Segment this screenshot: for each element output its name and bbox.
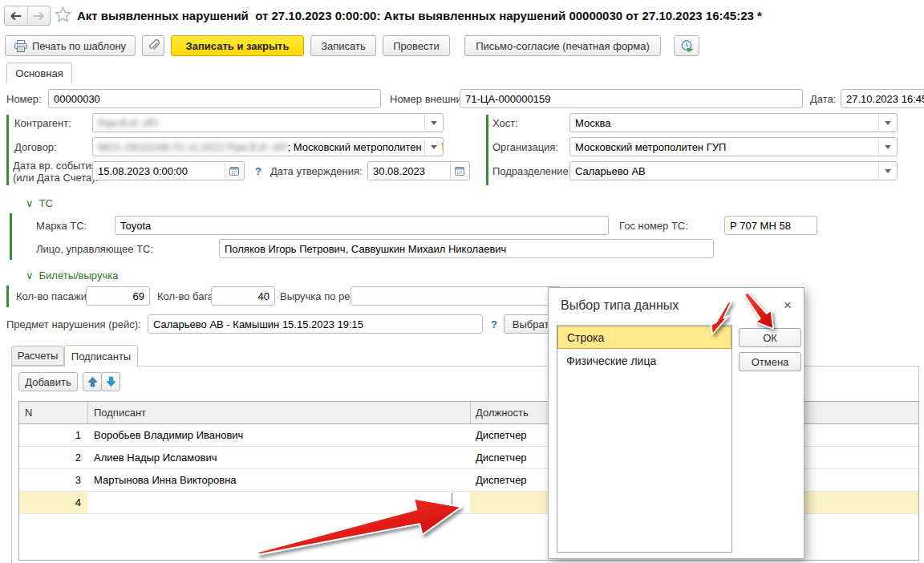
- tab-calculations-label: Расчеты: [18, 350, 59, 362]
- paperclip-icon: [148, 39, 160, 52]
- add-row-button[interactable]: Добавить: [18, 372, 78, 391]
- print-template-button[interactable]: Печать по шаблону: [5, 35, 136, 56]
- approve-date-calendar-button[interactable]: [450, 163, 468, 179]
- contract-redacted-value: МСА 19/10/246 01.11.2022 Рум В.И. ИП: [98, 141, 287, 153]
- save-close-button[interactable]: Записать и закрыть: [171, 35, 304, 56]
- ts-driver-label: Лицо, управляющее ТС:: [36, 243, 153, 255]
- event-date-help-icon[interactable]: ?: [255, 165, 261, 177]
- tab-signers-label: Подписанты: [71, 350, 131, 363]
- org-label: Организация:: [492, 141, 558, 153]
- contractor-combo[interactable]: Рум В.И. ИП: [92, 113, 444, 132]
- ext-number-label: Номер внешний:: [390, 93, 471, 105]
- division-label: Подразделение:: [492, 165, 571, 177]
- contract-combo[interactable]: МСА 19/10/246 01.11.2022 Рум В.И. ИП; Мо…: [92, 137, 444, 156]
- history-clock-icon: [680, 39, 694, 53]
- attachments-button[interactable]: [142, 35, 164, 56]
- org-combo[interactable]: Московский метрополитен ГУП: [569, 137, 898, 156]
- date-field[interactable]: 27.10.2023 16:45:23: [841, 89, 924, 108]
- division-dropdown-button[interactable]: [878, 163, 896, 179]
- arrow-down-icon: [106, 376, 116, 387]
- host-dropdown-button[interactable]: [878, 115, 896, 131]
- arrow-up-icon: [87, 376, 98, 387]
- active-row-name-cell[interactable]: [87, 492, 470, 513]
- baggage-field[interactable]: 40: [211, 286, 275, 306]
- printer-icon: [14, 40, 27, 52]
- contract-label: Договор:: [14, 141, 57, 153]
- ok-button[interactable]: ОК: [739, 328, 801, 347]
- move-down-button[interactable]: [101, 372, 120, 391]
- contract-visible-value: ; Московский метрополитен ГУП: [287, 141, 444, 153]
- violation-help-icon[interactable]: ?: [491, 318, 497, 330]
- type-select-dialog: Выбор типа данных × Строка Физические ли…: [548, 287, 804, 559]
- column-header-n[interactable]: N: [25, 407, 32, 419]
- section-ts-header[interactable]: ∨ТС: [26, 197, 53, 209]
- star-icon: [55, 6, 71, 22]
- contract-dropdown-button[interactable]: [424, 139, 442, 155]
- approve-date-field[interactable]: 30.08.2023: [367, 161, 470, 180]
- chevron-down-icon: ∨: [26, 197, 34, 209]
- back-button[interactable]: [5, 6, 28, 25]
- contractor-redacted-value: Рум В.И. ИП: [98, 117, 158, 129]
- section-tickets-header[interactable]: ∨Билеты/выручка: [26, 269, 118, 282]
- ts-brand-field[interactable]: Toyota: [115, 216, 609, 235]
- text-caret: [452, 493, 452, 512]
- post-button[interactable]: Провести: [383, 35, 450, 56]
- dialog-title: Выбор типа данных: [561, 298, 679, 313]
- contractor-label: Контрагент:: [14, 117, 71, 129]
- host-combo[interactable]: Москва: [569, 113, 898, 132]
- host-label: Хост:: [492, 117, 518, 129]
- column-header-position[interactable]: Должность: [476, 407, 529, 419]
- history-nav: [4, 6, 51, 26]
- tab-calculations[interactable]: Расчеты: [11, 346, 64, 366]
- approve-date-label: Дата утверждения:: [270, 165, 363, 177]
- division-combo[interactable]: Саларьево АВ: [569, 161, 898, 180]
- add-row-label: Добавить: [25, 376, 71, 388]
- consent-letter-label: Письмо-согласие (печатная форма): [476, 40, 650, 52]
- consent-letter-button[interactable]: Письмо-согласие (печатная форма): [464, 35, 661, 56]
- type-list-item-individuals[interactable]: Физические лица: [557, 350, 732, 372]
- date-label: Дата:: [810, 93, 836, 105]
- tab-signers[interactable]: Подписанты: [64, 345, 138, 367]
- revenue-field[interactable]: [351, 286, 561, 306]
- column-divider: [87, 402, 88, 424]
- group-accent-bar: [6, 115, 9, 185]
- arrow-right-icon: [32, 10, 45, 22]
- app-window: Акт выявленных нарушений от 27.10.2023 0…: [0, 0, 924, 563]
- group-accent-bar: [486, 115, 488, 185]
- dialog-close-button[interactable]: ×: [784, 298, 792, 312]
- save-label: Записать: [321, 40, 366, 52]
- forward-button[interactable]: [28, 6, 51, 25]
- ts-driver-field[interactable]: Поляков Игорь Петрович, Саввушкин Михаил…: [219, 239, 714, 258]
- event-date-calendar-button[interactable]: [225, 163, 243, 179]
- type-list-item-string[interactable]: Строка: [557, 326, 732, 349]
- window-title: Акт выявленных нарушений от 27.10.2023 0…: [77, 9, 919, 22]
- column-header-name[interactable]: Подписант: [94, 407, 146, 419]
- ts-plate-field[interactable]: Р 707 МН 58: [724, 216, 817, 235]
- group-accent-bar: [10, 213, 12, 260]
- save-button[interactable]: Записать: [310, 35, 376, 56]
- cancel-button[interactable]: Отмена: [739, 352, 801, 371]
- type-list: Строка Физические лица: [557, 325, 732, 553]
- ts-plate-label: Гос номер ТС:: [619, 220, 688, 232]
- favorite-star-button[interactable]: [55, 6, 71, 22]
- number-label: Номер:: [6, 93, 42, 105]
- org-dropdown-button[interactable]: [878, 139, 896, 155]
- change-history-button[interactable]: [674, 35, 699, 56]
- arrow-left-icon: [10, 10, 22, 22]
- event-date-field[interactable]: 15.08.2023 0:00:00: [92, 161, 245, 180]
- print-template-label: Печать по шаблону: [32, 40, 126, 52]
- section-ts-title: ТС: [39, 197, 53, 209]
- passengers-field[interactable]: 69: [86, 286, 150, 306]
- move-up-button[interactable]: [83, 372, 102, 391]
- ts-brand-label: Марка ТС:: [36, 220, 87, 232]
- tab-main-label: Основная: [15, 67, 63, 79]
- number-field[interactable]: 00000030: [48, 89, 381, 108]
- ext-number-field[interactable]: 71-ЦА-000000159: [460, 89, 803, 108]
- violation-subject-label: Предмет нарушения (рейс):: [6, 318, 141, 330]
- post-label: Провести: [393, 40, 440, 52]
- group-accent-bar: [6, 286, 9, 307]
- tab-main[interactable]: Основная: [6, 63, 72, 83]
- active-row-n-cell: 4: [19, 492, 87, 513]
- contractor-dropdown-button[interactable]: [424, 115, 442, 131]
- violation-subject-field[interactable]: Саларьево АВ - Камышин 15.15.2023 19:15: [148, 314, 483, 334]
